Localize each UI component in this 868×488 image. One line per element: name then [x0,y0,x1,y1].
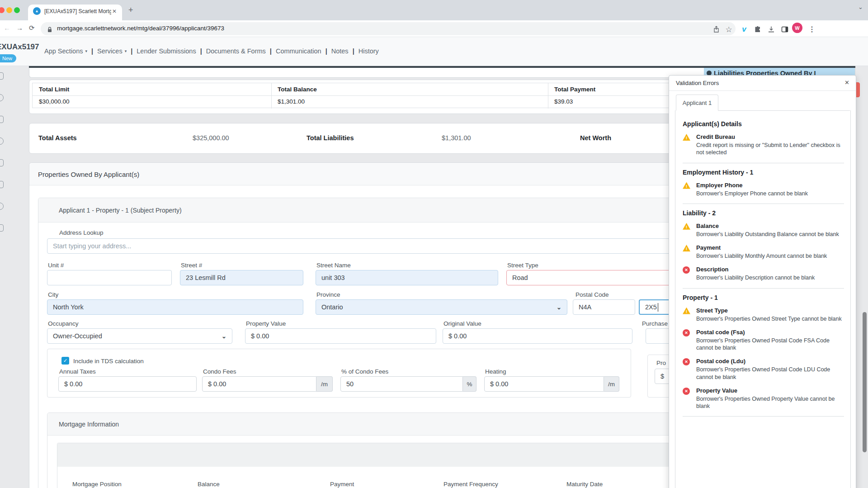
tab-search-chevron-icon[interactable]: ⌄ [858,4,863,10]
sidebar-icon[interactable] [0,94,4,101]
occupancy-select[interactable]: Owner-Occupied ⌄ [47,328,232,344]
bookmark-star-icon[interactable]: ☆ [724,25,733,34]
property-value-input[interactable]: $ 0.00 [245,328,436,344]
properties-section-title: Properties Owned By Applicant(s) [38,171,139,178]
validation-item[interactable]: ! Credit Bureau Credit report is missing… [683,133,844,156]
city-input[interactable]: North York [47,299,303,315]
tds-checkbox[interactable]: ✓ [61,357,69,365]
error-icon: ✕ [683,266,690,274]
unit-label: Unit # [48,262,64,269]
error-icon: ✕ [683,388,690,395]
annual-taxes-input[interactable]: $ 0.00 [58,376,197,392]
property-value-label: Property Value [246,320,286,327]
close-window-button[interactable] [0,7,5,13]
new-tab-button[interactable]: + [128,5,133,15]
validation-item[interactable]: ! Payment Borrower's Liability Monthly A… [683,244,844,260]
tab-close-icon[interactable]: ✕ [112,8,117,14]
zoom-window-button[interactable] [14,7,20,13]
side-panel-icon[interactable] [780,25,789,34]
sidebar-icon[interactable] [0,137,4,145]
postal-code-label: Postal Code [576,291,609,298]
street-no-input[interactable]: 23 Lesmill Rd [180,270,303,285]
warning-icon: ! [683,308,690,314]
minimize-window-button[interactable] [6,7,12,13]
balance-col: Balance [198,481,220,488]
heating-per-month-suffix: /m [604,376,619,392]
validation-item[interactable]: ! Employer Phone Borrower's Employer Pho… [683,182,844,197]
extensions-puzzle-icon[interactable] [753,25,762,34]
nav-app-sections[interactable]: App Sections [44,47,83,55]
validation-item[interactable]: ✕ Property Value Borrower's Properties O… [683,387,844,410]
browser-tab[interactable]: ▲ [EXUAx5197] Scarlett Mortgag ✕ [28,5,122,20]
payment-col: Payment [330,481,354,488]
property-card-title: Applicant 1 - Property - 1 (Subject Prop… [59,207,182,214]
vimeo-extension-icon[interactable]: v [740,25,749,34]
net-worth-label: Net Worth [580,134,611,142]
nav-lender-submissions[interactable]: Lender Submissions [137,47,196,55]
total-assets-label: Total Assets [38,134,77,142]
validation-item[interactable]: ✕ Postal code (Fsa) Borrower's Propertie… [683,329,844,352]
error-icon: ✕ [683,329,690,336]
browser-profile-avatar[interactable]: W [792,23,802,33]
validation-panel-title: Validation Errors [676,80,719,86]
scarlett-favicon-icon: ▲ [33,7,41,15]
vertical-scrollbar[interactable] [863,312,867,452]
original-value-input[interactable]: $ 0.00 [443,328,632,344]
forward-icon[interactable]: → [16,24,23,32]
sidebar-icon[interactable] [0,224,4,232]
validation-item[interactable]: ✕ Postal code (Ldu) Borrower's Propertie… [683,358,844,381]
condo-fees-per-month-suffix: /m [316,376,333,392]
warning-icon: ! [683,182,690,189]
share-icon[interactable] [712,25,721,34]
nav-documents-forms[interactable]: Documents & Forms [206,47,266,55]
percent-suffix: % [463,376,476,392]
nav-communication[interactable]: Communication [276,47,321,55]
heating-input[interactable]: $ 0.00 [484,376,604,392]
pro-label: Pro [656,360,666,366]
nav-notes[interactable]: Notes [331,47,349,55]
province-select[interactable]: Ontario ⌄ [316,299,567,315]
address-lookup-label: Address Lookup [59,229,104,236]
condo-fees-input[interactable]: $ 0.00 [202,376,316,392]
col-total-payment: Total Payment [554,86,595,93]
total-payment-value: $39.03 [554,98,573,105]
address-bar[interactable]: mortgage.scarlettnetwork.net/mtg/deal/37… [41,22,736,35]
total-balance-value: $1,301.00 [278,98,305,105]
warning-icon: ! [683,223,690,230]
maturity-date-col: Maturity Date [566,481,603,488]
annual-taxes-label: Annual Taxes [59,368,96,375]
unit-input[interactable] [47,270,172,285]
deal-code: EXUAx5197 [0,43,39,52]
browser-tab-bar: ▲ [EXUAx5197] Scarlett Mortgag ✕ + ⌄ [0,0,868,20]
tab-applicant-1[interactable]: Applicant 1 [676,95,718,111]
street-name-input[interactable]: unit 303 [316,270,498,285]
new-status-badge: New [0,54,16,62]
condo-fees-label: Condo Fees [203,368,236,375]
reload-icon[interactable]: ⟳ [29,24,35,32]
sidebar-icon[interactable] [0,116,4,123]
nav-history[interactable]: History [359,47,379,55]
text-cursor [658,303,659,312]
browser-menu-dots-icon[interactable]: ⋮ [807,24,816,33]
warning-icon: ! [683,245,690,251]
nav-services[interactable]: Services [97,47,123,55]
back-icon[interactable]: ← [4,24,10,32]
validation-item[interactable]: ✕ Description Borrower's Liability Descr… [683,266,844,281]
lock-icon [45,25,54,34]
mortgage-position-col: Mortgage Position [72,481,122,488]
col-total-limit: Total Limit [39,86,69,93]
sidebar-icon[interactable] [0,72,4,80]
pct-condo-fees-input[interactable]: 50 [340,376,463,392]
sidebar-icon[interactable] [0,181,4,188]
total-limit-value: $30,000.00 [39,98,70,105]
sidebar-icon[interactable] [0,203,4,210]
col-total-balance: Total Balance [278,86,317,93]
validation-item[interactable]: ! Street Type Borrower's Properties Owne… [683,307,844,322]
occupancy-label: Occupancy [48,320,79,327]
validation-item[interactable]: ! Balance Borrower's Liability Outstandi… [683,223,844,238]
sidebar-icon[interactable] [0,159,4,166]
close-icon[interactable]: ✕ [844,79,849,86]
download-icon[interactable] [767,25,776,34]
postal-fsa-input[interactable]: N4A [573,299,635,315]
validation-section-heading: Liability - 2 [683,209,844,217]
